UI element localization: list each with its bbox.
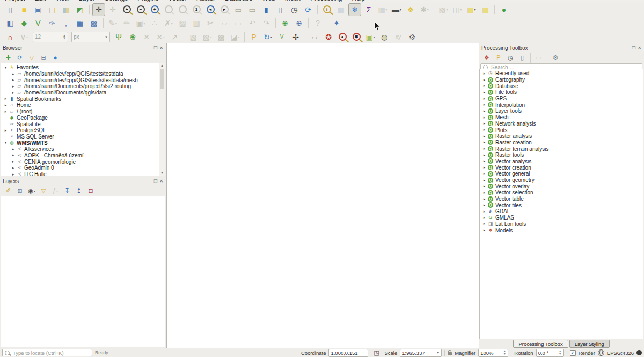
remove-layer-icon[interactable]: ⊟ (85, 186, 96, 196)
layers-list-empty[interactable] (1, 196, 165, 347)
expand-arrow-icon[interactable]: ▸ (481, 172, 487, 176)
browser-close-button[interactable]: ✕ (159, 46, 163, 50)
layers-float-button[interactable]: ❐ (153, 179, 157, 184)
browser-item-folder[interactable]: ▸▱/home/isunni/Documents/qgis/data (1, 90, 159, 96)
chevron-down-icon[interactable]: ▾ (374, 35, 375, 39)
browser-item-home[interactable]: ▸⌂Home (1, 102, 159, 108)
expand-arrow-icon[interactable]: ▸ (481, 209, 487, 214)
chevron-down-icon[interactable]: ▾ (171, 21, 173, 25)
browser-scrollbar[interactable]: ▲ ▼ (159, 63, 165, 176)
show-layout-manager-icon[interactable]: ▥ (60, 3, 72, 16)
proc-group[interactable]: ▸QFile tools (480, 89, 643, 96)
expand-arrow-icon[interactable]: ▸ (481, 216, 487, 220)
filter-browser-icon[interactable]: ▽ (26, 53, 37, 63)
rotation-spinbox[interactable]: 0.0 °▲▼ (536, 349, 564, 357)
menu-settings[interactable]: Settings (105, 0, 128, 2)
layers-close-button[interactable]: ✕ (159, 179, 163, 184)
expand-arrow-icon[interactable]: ▸ (3, 110, 9, 114)
enable-tracing-icon[interactable]: Ψ (112, 31, 125, 43)
refresh-browser-icon[interactable]: ⟳ (14, 53, 25, 63)
proc-group[interactable]: ▸QVector analysis (480, 158, 643, 165)
chevron-down-icon[interactable]: ▾ (270, 35, 272, 39)
snap-unit-combo[interactable]: px▼ (71, 32, 110, 42)
zoom-last-icon[interactable]: ◂ (204, 3, 217, 16)
expand-arrow-icon[interactable]: ▸ (481, 84, 487, 88)
first-aid-debugger-icon[interactable]: ✢ (289, 31, 302, 43)
browser-item-postgresql[interactable]: ▸◗PostgreSQL (1, 127, 159, 134)
expand-arrow-icon[interactable]: ▸ (3, 128, 9, 133)
spin-arrows[interactable]: ▲▼ (503, 350, 506, 355)
enable-properties-widget-icon[interactable]: ● (50, 53, 61, 63)
proc-group[interactable]: ▸QCartography (480, 77, 643, 83)
models-menu-icon[interactable]: ❖ (481, 53, 492, 63)
scroll-up-arrow[interactable]: ▲ (159, 63, 165, 68)
collapse-arrow-icon[interactable]: ▾ (3, 141, 9, 145)
menu-web[interactable]: Web (262, 0, 275, 2)
scroll-down-arrow[interactable]: ▼ (159, 171, 165, 176)
filter-legend-icon[interactable]: ▽ (38, 186, 49, 196)
proc-group-recently-used[interactable]: ▸◷Recently used (480, 70, 643, 77)
expand-arrow-icon[interactable]: ▸ (481, 184, 487, 188)
tab-layer-styling[interactable]: Layer Styling (569, 340, 610, 348)
collapse-all-icon[interactable]: ⊟ (38, 53, 49, 63)
latlon-point-capture-icon[interactable]: ● (336, 31, 349, 43)
chevron-down-icon[interactable]: ▾ (144, 21, 145, 25)
add-mesh-layer-icon[interactable]: ▩ (87, 17, 100, 30)
magnifier-spinbox[interactable]: 100%▲▼ (478, 349, 508, 357)
add-spatialite-layer-icon[interactable]: ✑ (46, 17, 58, 30)
latlon-digitize-point-icon[interactable]: ▣▾ (364, 31, 377, 43)
map-tips-icon[interactable]: ❖ (404, 3, 417, 16)
expand-arrow-icon[interactable]: ▸ (481, 165, 487, 170)
browser-item-folder[interactable]: ▸▱/home/isunni/dev/cpp/QGIS/tests/testda… (1, 77, 159, 83)
browser-item-wms-service[interactable]: ▸≺CENIA geomorfologie (1, 158, 159, 165)
menu-raster[interactable]: Raster (196, 0, 215, 2)
add-delimited-text-layer-icon[interactable]: , (60, 17, 72, 30)
proc-group[interactable]: ▸QVector geometry (480, 177, 643, 184)
save-project-icon[interactable]: ▣ (32, 3, 45, 16)
chevron-down-icon[interactable]: ▾ (163, 35, 165, 39)
browser-item-geopackage[interactable]: ◆GeoPackage (1, 115, 159, 121)
proc-group[interactable]: ▸QMesh (480, 114, 643, 121)
proc-group-latlon[interactable]: ▸◨Lat Lon tools (480, 221, 643, 228)
expand-arrow-icon[interactable]: ▸ (481, 153, 487, 157)
chevron-down-icon[interactable]: ▾ (238, 35, 240, 39)
expand-arrow-icon[interactable]: ▸ (481, 197, 487, 201)
proc-group-gmlas[interactable]: ▸GGMLAS (480, 215, 643, 221)
expand-arrow-icon[interactable]: ▸ (3, 103, 9, 107)
new-print-layout-icon[interactable]: ▤ (46, 3, 58, 16)
proc-group[interactable]: ▸QVector creation (480, 164, 643, 171)
add-vector-layer-icon[interactable]: V (32, 17, 45, 30)
scale-combo[interactable]: 1:965.337▼ (400, 349, 442, 357)
latlon-settings-icon[interactable]: ⚙ (406, 31, 419, 43)
expand-arrow-icon[interactable]: ▸ (10, 91, 16, 95)
menu-plugins[interactable]: Plugins (137, 0, 158, 2)
processing-history-icon[interactable]: ↻▾ (261, 31, 274, 43)
proc-group-gdal[interactable]: ▸◭GDAL (480, 208, 643, 215)
menu-edit[interactable]: Edit (34, 0, 46, 2)
expand-arrow-icon[interactable]: ▸ (481, 115, 487, 120)
temporal-controller-icon[interactable]: ◷ (288, 3, 301, 16)
crs-status[interactable]: EPSG:4326 (607, 350, 634, 356)
zoom-out-icon[interactable]: − (134, 3, 147, 16)
show-spatial-bookmarks-icon[interactable]: ▯ (274, 3, 287, 16)
proc-group[interactable]: ▸QVector tiles (480, 202, 643, 208)
coordinate-field[interactable]: 1.000,0.151 (328, 349, 368, 357)
add-wfs-layer-icon[interactable]: ⊕ (292, 17, 305, 30)
chevron-down-icon[interactable]: ▾ (56, 189, 58, 193)
expand-arrow-icon[interactable]: ▸ (481, 178, 487, 183)
collapse-all-layers-icon[interactable]: ↥ (74, 186, 84, 196)
spin-arrows[interactable]: ▲▼ (63, 34, 66, 40)
browser-item-root[interactable]: ▸▱/ (root) (1, 108, 159, 115)
menu-mesh[interactable]: Mesh (285, 0, 301, 2)
add-selected-layers-icon[interactable]: ✚ (3, 53, 13, 63)
metasearch-catalog-icon[interactable]: ✦ (330, 17, 343, 30)
chevron-down-icon[interactable]: ▾ (474, 8, 476, 11)
menu-help[interactable]: Help (352, 0, 365, 2)
menu-view[interactable]: View (55, 0, 69, 2)
proc-group[interactable]: ▸QPlots (480, 127, 643, 133)
expand-arrow-icon[interactable]: ▸ (481, 203, 487, 207)
proc-group[interactable]: ▸QDatabase (480, 83, 643, 89)
open-project-icon[interactable]: ■ (18, 3, 31, 16)
open-layer-styling-panel-icon[interactable]: ✐ (3, 186, 13, 196)
browser-item-mssql[interactable]: ◖MS SQL Server (1, 134, 159, 140)
